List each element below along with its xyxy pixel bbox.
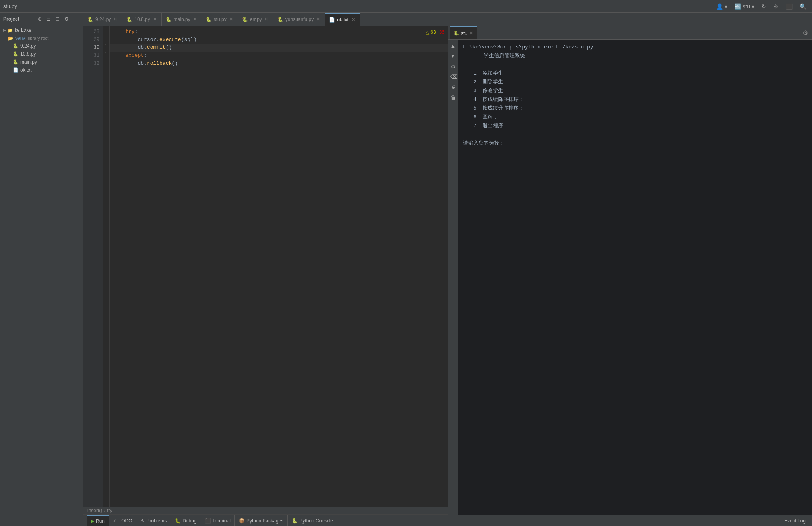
terminal-prompt: 请输入您的选择： (463, 139, 807, 148)
tab-stupy-close[interactable]: ✕ (229, 16, 234, 22)
status-todo[interactable]: ✓ TODO (109, 515, 136, 526)
tab-mainpy-close[interactable]: ✕ (192, 16, 198, 22)
run-section: 🐍 stu ✕ ⚙ ▲ ▼ ⊜ ⌫ 🖨 🗑 (448, 26, 812, 515)
problems-icon: ⚠ (140, 518, 145, 524)
status-python-console[interactable]: 🐍 Python Console (288, 515, 337, 526)
tab-stupy[interactable]: 🐍 stu.py ✕ (202, 13, 238, 26)
branch-button[interactable]: 🔤 stu ▾ (732, 2, 757, 10)
mainpy-label: main.py (20, 59, 37, 65)
sidebar-item-mainpy[interactable]: 🐍 main.py (0, 58, 83, 66)
line-numbers: 28 29 30 31 32 (83, 26, 103, 507)
run-print-btn[interactable]: 🖨 (449, 83, 457, 91)
warning-count: △ 63 (426, 29, 436, 35)
main-layout: Project ⊕ ☰ ⊟ ⚙ — ▶ 📁 ke L:\ke 📂 venv li… (0, 13, 812, 526)
run-trash-btn[interactable]: 🗑 (449, 93, 457, 102)
tab-errpy[interactable]: 🐍 err.py ✕ (238, 13, 273, 26)
run-settings-icon[interactable]: ⚙ (800, 29, 810, 37)
terminal-out-3: 2 删除学生 (463, 78, 807, 87)
status-python-packages[interactable]: 📦 Python Packages (235, 515, 288, 526)
924py-label: 9.24.py (20, 43, 36, 49)
tab-yunsuanfu-label: yunsuanfu.py (285, 17, 314, 22)
problems-label: Problems (146, 518, 167, 524)
sidebar-icon-3[interactable]: ⊟ (54, 15, 61, 23)
run-clear-btn[interactable]: ⌫ (449, 72, 457, 81)
terminal-out-6: 5 按成绩升序排序； (463, 104, 807, 113)
run-filter-btn[interactable]: ⊜ (449, 62, 457, 71)
sidebar-icon-1[interactable]: ⊕ (36, 15, 43, 23)
tab-mainpy[interactable]: 🐍 main.py ✕ (162, 13, 202, 26)
todo-icon: ✓ (113, 518, 117, 524)
run-tab-label: stu (461, 31, 467, 36)
run-scroll-up[interactable]: ▲ (449, 41, 457, 50)
warning-indicator: △ 63 36 (426, 29, 444, 35)
profile-button[interactable]: 👤 ▾ (714, 2, 730, 10)
sidebar: Project ⊕ ☰ ⊟ ⚙ — ▶ 📁 ke L:\ke 📂 venv li… (0, 13, 83, 526)
status-run[interactable]: ▶ Run (87, 515, 109, 526)
venv-folder-icon: 📂 (8, 36, 14, 41)
settings-button[interactable]: ⚙ (771, 2, 781, 10)
tab-oktxt-icon: 📄 (329, 17, 335, 23)
run-scroll-down[interactable]: ▼ (449, 52, 457, 60)
tab-oktxt-label: ok.txt (337, 17, 349, 23)
sidebar-settings[interactable]: ⚙ (63, 15, 70, 23)
code-line-30: db.commit() (110, 44, 448, 52)
terminal-out-7: 6 查询； (463, 113, 807, 122)
error-count: 36 (439, 29, 444, 35)
root-folder-icon: 📁 (8, 28, 13, 33)
tab-errpy-label: err.py (250, 17, 262, 22)
tab-108py-icon: 🐍 (126, 17, 132, 22)
venv-label: venv (15, 35, 25, 41)
tab-924py[interactable]: 🐍 9.24.py ✕ (83, 13, 122, 26)
tab-oktxt[interactable]: 📄 ok.txt ✕ (325, 13, 360, 26)
tab-924py-close[interactable]: ✕ (113, 16, 118, 22)
run-inner: ▲ ▼ ⊜ ⌫ 🖨 🗑 L:\ke\venv\Scripts\python.ex… (448, 40, 812, 515)
linenum-30: 30 (83, 44, 99, 52)
terminal-blank-1 (463, 60, 807, 69)
tab-108py[interactable]: 🐍 10.8.py ✕ (122, 13, 161, 26)
run-tab-icon: 🐍 (453, 31, 459, 36)
sidebar-item-108py[interactable]: 🐍 10.8.py (0, 50, 83, 58)
tab-mainpy-icon: 🐍 (166, 17, 172, 22)
run-tab-stu[interactable]: 🐍 stu ✕ (450, 26, 477, 39)
editor-content[interactable]: △ 63 36 28 29 30 31 32 (83, 26, 448, 507)
breadcrumb-part1[interactable]: insert() (87, 508, 102, 513)
status-problems[interactable]: ⚠ Problems (136, 515, 171, 526)
code-line-29: cursor.execute(sql) (110, 36, 448, 44)
status-event-log[interactable]: Event Log (781, 518, 809, 524)
tab-yunsuanfu[interactable]: 🐍 yunsuanfu.py ✕ (273, 13, 325, 26)
debug-label: Debug (182, 518, 196, 524)
terminal-out-5: 4 按成绩降序排序； (463, 95, 807, 104)
tab-108py-close[interactable]: ✕ (152, 16, 157, 22)
terminal-area[interactable]: L:\ke\venv\Scripts\python.exe L:/ke/stu.… (458, 40, 812, 515)
status-terminal[interactable]: ⬛ Terminal (201, 515, 235, 526)
code-area[interactable]: try: cursor.execute(sql) db.commit() exc… (110, 26, 448, 507)
gutter: ⌐ ⌐ (103, 26, 110, 507)
run-tab-close[interactable]: ✕ (469, 31, 473, 36)
tab-bar: 🐍 9.24.py ✕ 🐍 10.8.py ✕ 🐍 main.py ✕ 🐍 st… (83, 13, 812, 26)
split-layout: △ 63 36 28 29 30 31 32 (83, 26, 812, 515)
breadcrumb-sep: › (104, 508, 105, 513)
sidebar-icon-2[interactable]: ☰ (45, 15, 52, 23)
tab-oktxt-close[interactable]: ✕ (351, 17, 356, 23)
terminal-out-1: 学生信息管理系统 (463, 52, 807, 60)
sidebar-item-oktxt[interactable]: 📄 ok.txt (0, 66, 83, 74)
sidebar-close[interactable]: — (72, 15, 80, 23)
tab-yunsuanfu-close[interactable]: ✕ (316, 16, 321, 22)
terminal-out-4: 3 修改学生 (463, 87, 807, 95)
reload-button[interactable]: ↻ (759, 2, 769, 10)
tab-stupy-label: stu.py (214, 17, 227, 22)
search-button[interactable]: 🔍 (797, 2, 809, 10)
status-debug[interactable]: 🐛 Debug (171, 515, 201, 526)
title-text: stu.py (3, 3, 17, 9)
tab-errpy-close[interactable]: ✕ (264, 16, 269, 22)
stop-button[interactable]: ⬛ (783, 2, 795, 10)
code-line-32: db.rollback() (110, 60, 448, 68)
python-packages-icon: 📦 (239, 518, 245, 524)
sidebar-header: Project ⊕ ☰ ⊟ ⚙ — (0, 13, 83, 25)
title-bar-controls: 👤 ▾ 🔤 stu ▾ ↻ ⚙ ⬛ 🔍 (714, 2, 809, 10)
sidebar-root[interactable]: ▶ 📁 ke L:\ke (0, 26, 83, 34)
tab-stupy-icon: 🐍 (206, 17, 212, 22)
sidebar-item-924py[interactable]: 🐍 9.24.py (0, 42, 83, 50)
breadcrumb-part2[interactable]: try (107, 508, 112, 513)
sidebar-item-venv[interactable]: 📂 venv library root (0, 34, 83, 42)
